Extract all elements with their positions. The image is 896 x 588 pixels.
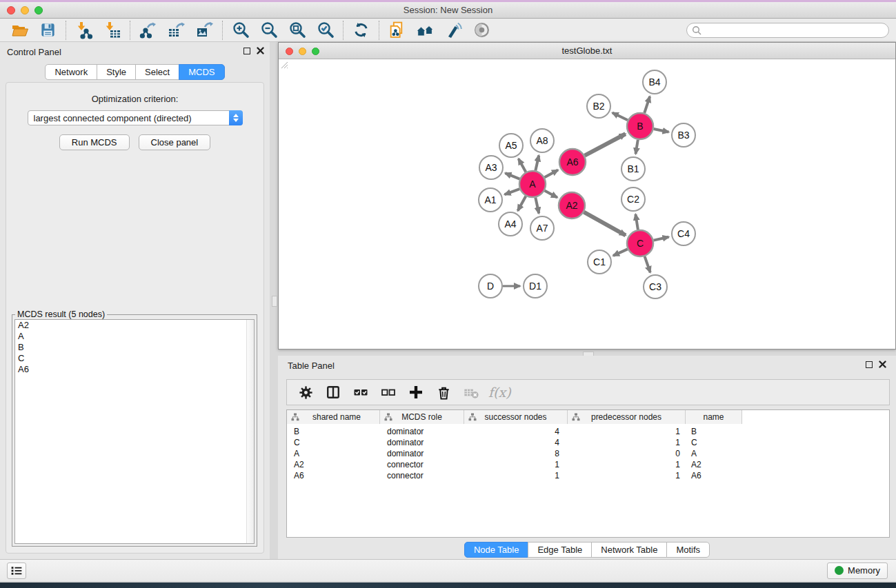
table-row[interactable]: A2 connector 1 1 A2 <box>287 459 889 470</box>
graph-node-C4[interactable]: C4 <box>672 222 695 245</box>
table-row[interactable]: C dominator 4 1 C <box>287 437 889 448</box>
column-header-successor-nodes[interactable]: successor nodes <box>464 410 568 424</box>
graph-node-A6[interactable]: A6 <box>559 149 586 175</box>
graph-node-B1[interactable]: B1 <box>621 157 645 181</box>
graph-node-C[interactable]: C <box>627 230 653 256</box>
result-item[interactable]: A6 <box>15 364 254 375</box>
tab-edge-table[interactable]: Edge Table <box>528 542 592 558</box>
network-minimize-button[interactable] <box>299 48 306 55</box>
tab-style[interactable]: Style <box>97 64 136 80</box>
close-panel-icon[interactable] <box>879 361 886 368</box>
graph-edge-A2-C[interactable] <box>584 212 626 236</box>
result-list-scrollbar[interactable] <box>246 320 254 543</box>
import-table-button[interactable] <box>98 20 126 41</box>
tab-select[interactable]: Select <box>135 64 179 80</box>
close-window-button[interactable] <box>7 6 15 14</box>
graph-node-D1[interactable]: D1 <box>524 274 547 298</box>
result-item[interactable]: A2 <box>15 320 254 331</box>
toggle-columns-button[interactable] <box>321 382 345 403</box>
memory-button[interactable]: Memory <box>827 562 888 579</box>
table-row[interactable]: B dominator 4 1 B <box>287 426 889 437</box>
graph-edge-A-A7[interactable] <box>535 198 539 214</box>
table-settings-button[interactable] <box>294 382 317 403</box>
tab-network-table[interactable]: Network Table <box>591 542 667 558</box>
export-table-button[interactable] <box>162 20 190 41</box>
close-panel-button[interactable]: Close panel <box>139 134 211 150</box>
minimize-window-button[interactable] <box>21 6 29 14</box>
delete-entries-button[interactable] <box>432 382 455 403</box>
zoom-selected-button[interactable] <box>311 20 339 41</box>
graph-edge-C-C2[interactable] <box>635 214 638 230</box>
graph-edge-A-A4[interactable] <box>518 196 526 211</box>
graph-edge-A-A2[interactable] <box>545 191 557 198</box>
divider-handle-vertical[interactable] <box>272 296 277 307</box>
column-header-shared-name[interactable]: shared name <box>287 410 380 424</box>
graph-node-A4[interactable]: A4 <box>499 212 522 236</box>
zoom-window-button[interactable] <box>34 6 43 14</box>
table-row[interactable]: A6 connector 1 1 A6 <box>287 470 889 481</box>
delete-table-button[interactable] <box>459 382 483 403</box>
close-panel-icon[interactable] <box>257 47 264 54</box>
zoom-in-button[interactable] <box>226 20 255 41</box>
graph-edge-C-C4[interactable] <box>654 237 669 241</box>
graph-node-A7[interactable]: A7 <box>530 216 554 240</box>
graph-edge-A-A5[interactable] <box>519 159 526 172</box>
open-session-button[interactable] <box>6 20 34 41</box>
tab-motifs[interactable]: Motifs <box>666 542 710 558</box>
export-network-button[interactable] <box>134 20 162 41</box>
add-entry-button[interactable] <box>404 382 428 403</box>
graph-node-C3[interactable]: C3 <box>644 275 667 298</box>
graph-edge-A-A8[interactable] <box>535 155 539 170</box>
graph-edge-A-A6[interactable] <box>545 170 558 178</box>
save-session-button[interactable] <box>34 20 62 41</box>
graph-node-A[interactable]: A <box>519 171 546 197</box>
show-graphics-details-button[interactable] <box>439 20 468 41</box>
graph-edge-B-B4[interactable] <box>644 97 650 113</box>
graph-node-A8[interactable]: A8 <box>530 129 554 152</box>
result-item[interactable]: A <box>15 331 254 342</box>
graph-node-B3[interactable]: B3 <box>672 123 695 147</box>
zoom-fit-button[interactable] <box>283 20 311 41</box>
network-zoom-button[interactable] <box>312 48 319 55</box>
graph-node-B4[interactable]: B4 <box>643 70 666 94</box>
unselect-all-button[interactable] <box>377 382 400 403</box>
export-image-button[interactable] <box>190 20 219 41</box>
import-network-button[interactable] <box>70 20 98 41</box>
graph-node-D[interactable]: D <box>479 274 502 298</box>
graph-edge-C-C1[interactable] <box>613 249 628 256</box>
graph-edge-A-A1[interactable] <box>505 189 520 194</box>
first-neighbors-button[interactable] <box>411 20 439 41</box>
graph-node-B[interactable]: B <box>627 113 653 139</box>
criterion-dropdown[interactable]: largest connected component (directed) <box>28 110 243 125</box>
duplicate-network-button[interactable] <box>383 20 411 41</box>
graph-node-C1[interactable]: C1 <box>588 250 611 274</box>
column-header-predecessor-nodes[interactable]: predecessor nodes <box>568 410 686 424</box>
graph-node-A1[interactable]: A1 <box>479 188 502 212</box>
graph-edge-B-B1[interactable] <box>636 140 638 154</box>
apply-layout-button[interactable] <box>347 20 375 41</box>
graph-edge-A6-B[interactable] <box>585 134 626 155</box>
show-task-history-button[interactable] <box>7 562 26 579</box>
graph-edge-A-A3[interactable] <box>505 173 519 179</box>
zoom-out-button[interactable] <box>255 20 283 41</box>
tab-network[interactable]: Network <box>45 64 97 80</box>
select-all-button[interactable] <box>349 382 372 403</box>
network-close-button[interactable] <box>286 48 293 55</box>
graph-edge-B-B2[interactable] <box>613 113 628 121</box>
graph-node-B2[interactable]: B2 <box>587 94 610 118</box>
tab-mcds[interactable]: MCDS <box>179 64 224 80</box>
graph-edge-C-C3[interactable] <box>645 256 650 272</box>
resize-grip-icon[interactable] <box>279 59 288 69</box>
result-item[interactable]: C <box>15 353 254 364</box>
graph-node-A5[interactable]: A5 <box>499 134 523 157</box>
tab-node-table[interactable]: Node Table <box>464 542 529 558</box>
float-panel-icon[interactable] <box>243 48 250 54</box>
search-input[interactable] <box>701 24 888 37</box>
result-item[interactable]: B <box>15 342 254 353</box>
column-header-mcds-role[interactable]: MCDS role <box>380 410 464 424</box>
float-panel-icon[interactable] <box>866 361 873 368</box>
graph-node-A3[interactable]: A3 <box>479 156 503 179</box>
graph-node-C2[interactable]: C2 <box>621 187 645 211</box>
graph-edge-B-B3[interactable] <box>654 129 669 132</box>
run-mcds-button[interactable]: Run MCDS <box>59 134 130 150</box>
